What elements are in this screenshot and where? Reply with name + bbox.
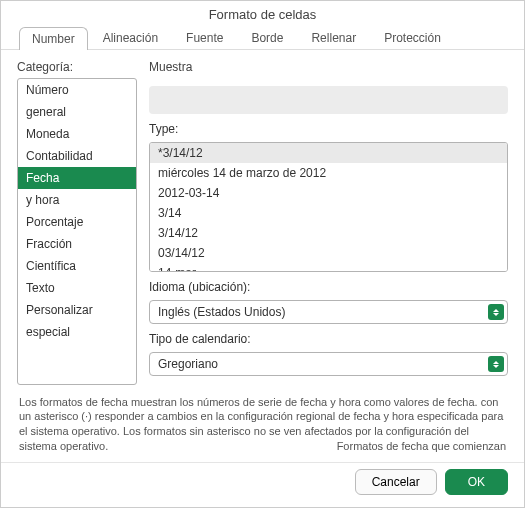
category-list[interactable]: Número general Moneda Contabilidad Fecha… [17,78,137,385]
list-item[interactable]: Científica [18,255,136,277]
list-item[interactable]: general [18,101,136,123]
locale-label: Idioma (ubicación): [149,280,508,294]
list-item[interactable]: Moneda [18,123,136,145]
tab-protection[interactable]: Protección [371,26,454,49]
tab-font[interactable]: Fuente [173,26,236,49]
list-item[interactable]: y hora [18,189,136,211]
sample-preview [149,86,508,114]
format-cells-dialog: Formato de celdas Number Alineación Fuen… [0,0,525,508]
calendar-select-wrap: Gregoriano [149,352,508,376]
dialog-footer: Cancelar OK [1,462,524,507]
dialog-title: Formato de celdas [1,1,524,26]
tab-border[interactable]: Borde [238,26,296,49]
tab-bar: Number Alineación Fuente Borde Rellenar … [1,26,524,50]
tab-alignment[interactable]: Alineación [90,26,171,49]
right-panel: Muestra Type: *3/14/12 miércoles 14 de m… [149,60,508,385]
category-label: Categoría: [17,60,137,74]
type-list[interactable]: *3/14/12 miércoles 14 de marzo de 2012 2… [149,142,508,272]
tab-fill[interactable]: Rellenar [298,26,369,49]
locale-select-wrap: Inglés (Estados Unidos) [149,300,508,324]
list-item[interactable]: 03/14/12 [150,243,507,263]
sample-label: Muestra [149,60,508,74]
tab-number[interactable]: Number [19,27,88,50]
list-item[interactable]: 14-mar [150,263,507,272]
description-text: Los formatos de fecha muestran los númer… [1,389,524,462]
type-label: Type: [149,122,508,136]
description-side: Formatos de fecha que comienzan [337,439,506,454]
calendar-select[interactable]: Gregoriano [149,352,508,376]
list-item[interactable]: Número [18,79,136,101]
list-item[interactable]: Texto [18,277,136,299]
list-item[interactable]: miércoles 14 de marzo de 2012 [150,163,507,183]
list-item[interactable]: especial [18,321,136,343]
list-item[interactable]: Contabilidad [18,145,136,167]
dialog-body: Categoría: Número general Moneda Contabi… [1,50,524,389]
locale-select[interactable]: Inglés (Estados Unidos) [149,300,508,324]
list-item[interactable]: Fecha [18,167,136,189]
cancel-button[interactable]: Cancelar [355,469,437,495]
calendar-label: Tipo de calendario: [149,332,508,346]
list-item[interactable]: 3/14/12 [150,223,507,243]
ok-button[interactable]: OK [445,469,508,495]
left-panel: Categoría: Número general Moneda Contabi… [17,60,137,385]
list-item[interactable]: 3/14 [150,203,507,223]
list-item[interactable]: Personalizar [18,299,136,321]
list-item[interactable]: Fracción [18,233,136,255]
list-item[interactable]: Porcentaje [18,211,136,233]
list-item[interactable]: 2012-03-14 [150,183,507,203]
list-item[interactable]: *3/14/12 [150,143,507,163]
